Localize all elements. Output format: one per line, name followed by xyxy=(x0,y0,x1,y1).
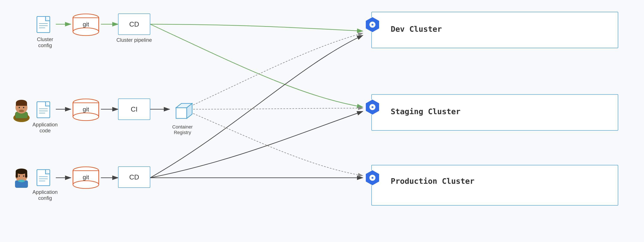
svg-text:⎈: ⎈ xyxy=(371,105,374,109)
doc-icon-row1 xyxy=(36,16,52,34)
svg-point-29 xyxy=(19,110,24,112)
svg-point-50 xyxy=(23,175,24,177)
git-cylinder-row2: git xyxy=(71,99,101,121)
label-app-code: Application code xyxy=(30,122,60,134)
label-dev-cluster: Dev Cluster xyxy=(391,25,442,33)
label-container-registry: ContainerRegistry xyxy=(165,124,200,135)
label-cluster-pipeline: Cluster pipeline xyxy=(116,37,152,43)
svg-text:git: git xyxy=(83,21,89,28)
svg-point-38 xyxy=(73,113,99,121)
k8s-icon-staging: ⎈ xyxy=(364,99,381,116)
git-cylinder-row1: git xyxy=(71,13,101,36)
avatar-dev xyxy=(11,96,32,122)
svg-rect-26 xyxy=(16,103,27,106)
k8s-icon-production: ⎈ xyxy=(364,169,381,186)
svg-point-60 xyxy=(73,181,99,188)
container-registry-icon xyxy=(170,98,195,123)
svg-point-27 xyxy=(19,107,20,108)
doc-icon-row2 xyxy=(36,101,52,120)
svg-text:⎈: ⎈ xyxy=(371,176,374,179)
svg-marker-40 xyxy=(176,108,187,119)
svg-rect-47 xyxy=(16,171,18,178)
svg-point-51 xyxy=(18,180,25,182)
diagram-container: Cluster config git CD Cluster pipeline xyxy=(0,0,644,242)
svg-rect-48 xyxy=(25,171,27,178)
svg-point-28 xyxy=(23,107,24,108)
svg-point-18 xyxy=(73,28,99,35)
label-cluster-config: Cluster config xyxy=(30,36,60,48)
k8s-icon-dev: ⎈ xyxy=(364,16,381,33)
svg-text:git: git xyxy=(83,174,89,181)
ci-box-row2: CI xyxy=(118,99,150,120)
svg-text:git: git xyxy=(83,106,89,113)
svg-text:⎈: ⎈ xyxy=(371,23,374,26)
git-cylinder-row3: git xyxy=(71,166,101,189)
label-production-cluster: Production Cluster xyxy=(391,177,474,185)
cd-box-row3: CD xyxy=(118,166,150,188)
cd-box-row1: CD xyxy=(118,13,150,35)
avatar-ops xyxy=(11,165,32,191)
label-app-config: Application config xyxy=(30,189,60,201)
label-staging-cluster: Staging Cluster xyxy=(391,107,460,116)
doc-icon-row3 xyxy=(36,169,52,187)
svg-point-49 xyxy=(19,175,20,177)
